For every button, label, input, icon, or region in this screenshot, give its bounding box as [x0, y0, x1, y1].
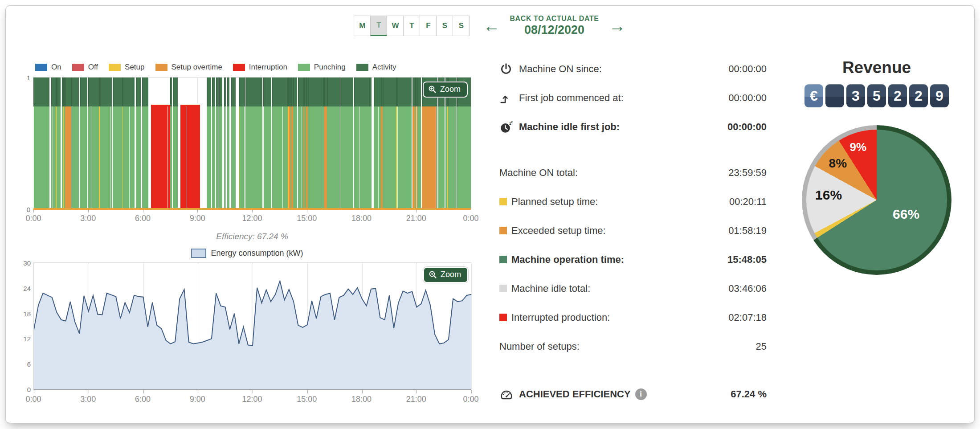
- energy-y-tick-label: 0: [27, 386, 31, 393]
- stat-row-machine-on-since: Machine ON since:00:00:00: [499, 58, 767, 79]
- machine-state-timeline-chart: Zoom 10: [33, 77, 471, 209]
- legend-item-on: On: [35, 63, 61, 72]
- stat-label-text: First job commenced at:: [519, 92, 624, 104]
- revenue-panel: Revenue €35229 66%16%8%9%: [795, 58, 958, 275]
- timeline-x-label: 9:00: [190, 214, 205, 223]
- timeline-activity-band: [65, 78, 71, 106]
- energy-y-tick-label: 30: [23, 259, 31, 267]
- charts-column: OnOffSetupSetup overtimeInterruptionPunc…: [24, 63, 478, 406]
- timeline-activity-band: [173, 78, 178, 106]
- timeline-axis-tick: [197, 209, 198, 212]
- legend-swatch: [356, 64, 368, 71]
- stat-swatch: [499, 256, 507, 263]
- energy-x-label: 6:00: [135, 395, 151, 404]
- timeline-segment-p: [239, 106, 245, 209]
- timeline-activity-band: [263, 78, 271, 106]
- stat-row-achieved-efficiency: ACHIEVED EFFICIENCYi67.24 %: [499, 384, 767, 404]
- stat-value: 02:07:18: [728, 312, 767, 323]
- next-day-arrow-icon[interactable]: →: [609, 17, 626, 34]
- legend-label: On: [51, 63, 61, 72]
- back-to-actual-date[interactable]: BACK TO ACTUAL DATE 08/12/2020: [510, 15, 599, 37]
- timeline-segment-p: [88, 106, 99, 209]
- energy-gridline: [471, 263, 472, 389]
- energy-legend-swatch: [191, 249, 206, 258]
- timeline-segment-p: [57, 106, 61, 209]
- weekday-cell-1[interactable]: T: [370, 16, 387, 36]
- legend-swatch: [233, 64, 245, 71]
- timeline-activity-band: [272, 78, 288, 106]
- stat-row-machine-on-total: Machine ON total:23:59:59: [499, 162, 767, 183]
- timeline-x-label: 3:00: [80, 214, 96, 223]
- timeline-segment-p: [122, 106, 135, 209]
- pie-slice-label-66pct: 66%: [893, 207, 919, 222]
- currency-tile-euro: €: [804, 84, 823, 107]
- gauge-icon: [499, 387, 519, 401]
- info-icon[interactable]: i: [635, 388, 647, 400]
- stat-swatch: [499, 285, 507, 292]
- stat-value: 00:00:00: [728, 63, 767, 75]
- timeline-activity-band: [383, 78, 396, 106]
- timeline-segment-p: [457, 106, 471, 209]
- legend-swatch: [155, 64, 167, 71]
- energy-axis-tick: [34, 390, 34, 393]
- timeline-activity-band: [417, 78, 421, 106]
- revenue-digit-tile-2: 5: [867, 84, 886, 107]
- energy-zoom-button[interactable]: Zoom: [423, 267, 468, 283]
- weekday-cell-3[interactable]: T: [403, 16, 420, 36]
- timeline-segment-p: [245, 106, 262, 209]
- timeline-activity-band: [308, 78, 324, 106]
- stat-label-text: Machine ON total:: [499, 167, 578, 179]
- timeline-segment-p: [437, 106, 437, 209]
- stat-label-text: Planned setup time:: [511, 196, 598, 208]
- weekday-cell-0[interactable]: M: [354, 16, 371, 36]
- timeline-segment-p: [354, 106, 372, 209]
- stat-value: 25: [756, 341, 767, 352]
- energy-x-label: 3:00: [80, 395, 96, 404]
- weekday-cell-5[interactable]: S: [436, 16, 453, 36]
- timeline-segment-p: [170, 106, 172, 209]
- timeline-zoom-label: Zoom: [440, 85, 461, 94]
- timeline-segment-p: [417, 106, 421, 209]
- timeline-axis-tick: [88, 209, 89, 212]
- magnifier-plus-icon: [429, 270, 437, 279]
- power-icon: [499, 62, 519, 76]
- revenue-digit-tile-1: 3: [846, 84, 865, 107]
- energy-legend: Energy consumption (kW): [24, 249, 471, 258]
- weekday-cell-6[interactable]: S: [453, 16, 470, 36]
- stat-row-planned-setup-time: Planned setup time:00:20:11: [499, 191, 767, 212]
- timeline-segment-p: [224, 106, 226, 209]
- energy-axis-tick: [89, 390, 89, 393]
- stat-label: Machine operation time:: [511, 254, 624, 266]
- stat-value: 67.24 %: [731, 388, 767, 400]
- timeline-activity-band: [207, 78, 212, 106]
- timeline-segment-p: [293, 106, 297, 209]
- weekday-cell-2[interactable]: W: [387, 16, 404, 36]
- timeline-activity-band: [224, 78, 226, 106]
- timeline-axis-tick: [416, 209, 416, 212]
- timeline-axis-tick: [471, 209, 471, 212]
- stat-label: Interrupted production:: [511, 312, 610, 323]
- stat-value: 00:00:00: [728, 92, 767, 104]
- timeline-activity-band: [354, 78, 372, 106]
- current-date: 08/12/2020: [510, 23, 599, 37]
- energy-axis-tick: [416, 390, 417, 393]
- timeline-activity-band: [71, 78, 79, 106]
- legend-item-setup-overtime: Setup overtime: [155, 63, 222, 72]
- energy-x-label: 12:00: [242, 395, 262, 404]
- timeline-segment-i: [151, 105, 170, 209]
- date-nav: ← BACK TO ACTUAL DATE 08/12/2020 →: [483, 15, 625, 37]
- stat-label: First job commenced at:: [519, 92, 624, 104]
- timeline-activity-band: [100, 78, 112, 106]
- timeline-segment-p: [397, 106, 412, 209]
- previous-day-arrow-icon[interactable]: ←: [483, 17, 500, 34]
- energy-x-label: 9:00: [190, 395, 205, 404]
- timeline-zoom-button[interactable]: Zoom: [423, 82, 468, 98]
- legend-label: Activity: [372, 63, 396, 72]
- machine-stats-panel: Machine ON since:00:00:00First job comme…: [499, 58, 767, 404]
- stat-label: ACHIEVED EFFICIENCYi: [519, 388, 647, 400]
- timeline-segment-p: [216, 106, 219, 209]
- weekday-cell-4[interactable]: F: [420, 16, 437, 36]
- timeline-activity-band: [219, 78, 222, 106]
- timeline-segment-p: [438, 106, 445, 209]
- legend-item-interruption: Interruption: [233, 63, 287, 72]
